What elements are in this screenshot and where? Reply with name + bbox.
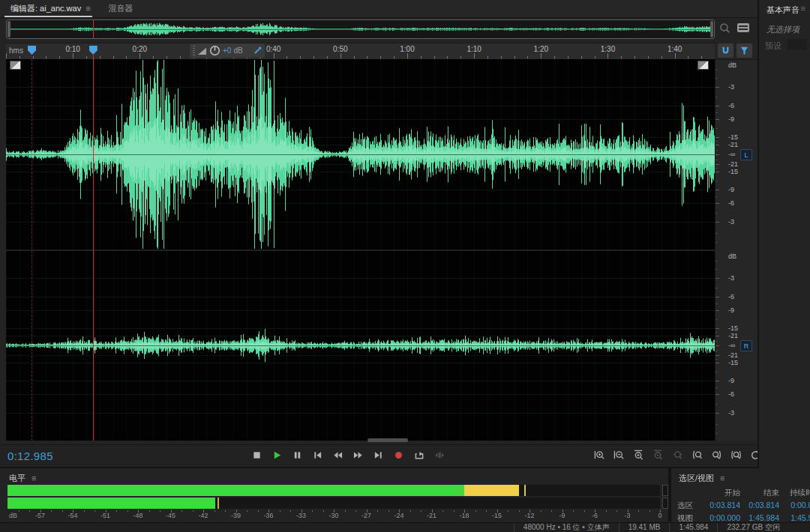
- meter-tick: [606, 510, 607, 512]
- ruler-tick: [421, 56, 422, 58]
- overview-playhead[interactable]: [93, 20, 94, 38]
- navigator-zoom-icon[interactable]: [718, 22, 731, 34]
- zoom-out-full-button: [670, 448, 685, 462]
- meter-tick: [182, 510, 182, 512]
- skip-to-start-button[interactable]: [310, 448, 325, 462]
- zoom-navigator[interactable]: [6, 19, 715, 39]
- record-button[interactable]: [392, 448, 406, 462]
- timeline-ruler[interactable]: hms 0:100:200:400:501:001:101:201:301:40: [6, 43, 715, 60]
- gain-value[interactable]: +0: [223, 46, 231, 55]
- selection-view-menu-icon[interactable]: ≡: [720, 474, 724, 483]
- playhead[interactable]: [93, 53, 94, 441]
- magnet-icon: [721, 46, 730, 55]
- zoom-buttons: [592, 448, 782, 462]
- meter-scale-label: -45: [161, 512, 181, 519]
- ruler-tick: [354, 56, 355, 58]
- db-tick-label: -∞: [728, 342, 735, 349]
- preset-field: [788, 39, 807, 50]
- marker-tool-button[interactable]: [736, 43, 752, 58]
- ruler-tick: [581, 56, 582, 58]
- db-minor-tick: [716, 319, 718, 320]
- db-tick-label: -6: [728, 102, 734, 109]
- selection-end-value[interactable]: 0:03.814: [740, 501, 779, 511]
- meter-scale-label: -21: [422, 512, 442, 519]
- fast-forward-button[interactable]: [351, 448, 365, 462]
- ruler-tick: [662, 56, 662, 58]
- ruler-tick: [166, 56, 167, 58]
- db-tick: [716, 119, 719, 120]
- db-tick: [716, 106, 719, 106]
- tab-editor[interactable]: 编辑器: ai_anc.wav ≡: [0, 0, 98, 17]
- zoom-in-amplitude-button[interactable]: [632, 448, 646, 462]
- tab-mixer[interactable]: 混音器: [98, 0, 141, 17]
- levels-menu-icon[interactable]: ≡: [32, 474, 36, 483]
- essential-sound-menu-icon[interactable]: ≡: [801, 4, 806, 13]
- meter-tick: [541, 510, 542, 512]
- horizontal-scrollbar-thumb[interactable]: [368, 438, 408, 442]
- meter-track-left[interactable]: [8, 485, 660, 496]
- ruler-tick: [434, 56, 435, 58]
- gain-knob[interactable]: [209, 45, 220, 56]
- ruler-tick: [488, 56, 488, 58]
- status-bar: 48000 Hz • 16 位 • 立体声 19.41 MB 1:45.984 …: [0, 522, 810, 532]
- db-tick: [716, 297, 719, 297]
- db-tick: [716, 172, 719, 172]
- db-tick: [716, 87, 719, 88]
- meter-scale-label: -54: [63, 512, 82, 519]
- zoom-to-out-point-button[interactable]: [710, 448, 724, 462]
- zoom-out-time-button[interactable]: [612, 448, 626, 462]
- db-tick-label: -15: [728, 359, 738, 366]
- ruler-tick: [595, 56, 596, 58]
- status-format: 48000 Hz • 16 位 • 立体声: [514, 523, 619, 532]
- meter-tick: [149, 510, 150, 512]
- ruler-tick: [675, 53, 676, 58]
- waveform-canvas[interactable]: [6, 59, 715, 441]
- hud-grip-handle[interactable]: [193, 46, 195, 55]
- hud-corner-grip-left[interactable]: [10, 61, 21, 70]
- skip-to-end-button[interactable]: [371, 448, 386, 462]
- meter-scale-label: -15: [488, 512, 507, 519]
- column-duration: 持续时间: [779, 488, 810, 498]
- stop-button[interactable]: [250, 448, 264, 462]
- channel-badge-l[interactable]: L: [740, 149, 752, 160]
- selection-duration-value[interactable]: 0:00.000: [779, 501, 810, 511]
- meter-tick: [410, 510, 411, 512]
- no-selection-text: 无选择项: [766, 24, 800, 35]
- overview-waveform[interactable]: [9, 21, 712, 37]
- meter-tick: [377, 510, 378, 512]
- ruler-tick: [126, 56, 127, 58]
- db-tick: [716, 328, 719, 329]
- loop-playback-button[interactable]: [412, 448, 426, 462]
- navigator-menu-icon[interactable]: [737, 23, 749, 32]
- waveform-display[interactable]: [6, 59, 715, 441]
- zoom-to-selection-button[interactable]: [729, 448, 743, 462]
- snapping-toggle-button[interactable]: [718, 43, 734, 58]
- current-time-display[interactable]: 0:12.985: [8, 450, 53, 462]
- audition-window: 编辑器: ai_anc.wav ≡ 混音器 hms 0:100:200:400:…: [0, 0, 810, 532]
- meter-tick: [312, 510, 313, 512]
- status-duration: 1:45.984: [669, 523, 717, 532]
- rewind-button[interactable]: [331, 448, 345, 462]
- ruler-tick: [100, 56, 100, 58]
- panel-menu-icon[interactable]: ≡: [86, 4, 90, 13]
- meter-track-right[interactable]: [8, 498, 660, 509]
- zoom-to-in-point-button[interactable]: [690, 448, 704, 462]
- db-tick: [716, 355, 719, 356]
- selection-start-value[interactable]: 0:03.814: [700, 501, 740, 511]
- essential-sound-title: 基本声音: [766, 4, 800, 16]
- ruler-tick: [314, 56, 314, 58]
- transport-buttons: [250, 448, 446, 462]
- amplitude-ruler[interactable]: dB-3-6-9-15-21-∞-21-15-9-6-3LdB-3-6-9-15…: [715, 59, 758, 441]
- zoom-in-time-button[interactable]: [592, 448, 607, 462]
- play-button[interactable]: [270, 448, 284, 462]
- ruler-tick: [688, 56, 688, 58]
- channel-badge-r[interactable]: R: [740, 340, 752, 351]
- navigator-left-handle[interactable]: [8, 21, 10, 37]
- navigator-right-handle[interactable]: [710, 21, 713, 37]
- pause-button[interactable]: [290, 448, 304, 462]
- clip-indicator-left[interactable]: [662, 485, 668, 496]
- clip-indicator-right[interactable]: [662, 498, 668, 509]
- gain-hud[interactable]: +0 dB: [190, 43, 253, 58]
- hud-corner-grip-right[interactable]: [698, 61, 709, 70]
- selection-boundary-line: [32, 59, 32, 441]
